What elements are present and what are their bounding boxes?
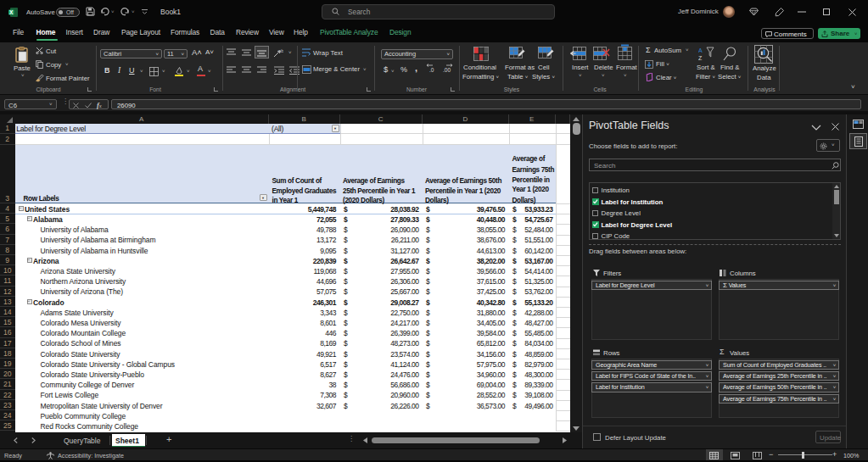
svg-text:ab: ab (278, 48, 283, 53)
svg-text:A: A (698, 47, 703, 53)
svg-text:.0: .0 (429, 67, 434, 73)
svg-text:X: X (9, 9, 14, 15)
svg-text:Z: Z (698, 55, 703, 61)
svg-text:.00: .00 (443, 67, 451, 73)
